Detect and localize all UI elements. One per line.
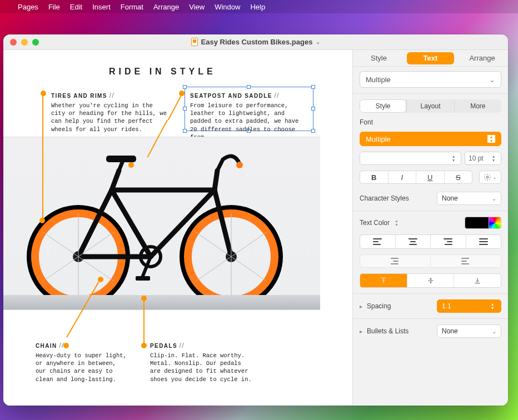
- window-titlebar[interactable]: Easy Rides Custom Bikes.pages ⌄: [3, 34, 508, 50]
- menu-help[interactable]: Help: [250, 3, 265, 11]
- menu-window[interactable]: Window: [215, 3, 240, 11]
- callout-head: TIRES AND RIMS //: [51, 91, 168, 99]
- tab-arrange[interactable]: Arrange: [459, 52, 506, 64]
- svg-line-12: [215, 171, 217, 190]
- decrease-indent-button[interactable]: [360, 255, 430, 267]
- tab-style[interactable]: Style: [355, 52, 402, 64]
- callout-seatpost[interactable]: SEATPOST AND SADDLE // From leisure to p…: [190, 91, 309, 141]
- svg-point-32: [486, 176, 489, 178]
- increase-indent-button[interactable]: [430, 255, 501, 267]
- callout-head: PEDALS //: [150, 341, 253, 349]
- menu-edit[interactable]: Edit: [70, 3, 82, 11]
- document-title[interactable]: Easy Rides Custom Bikes.pages ⌄: [191, 38, 321, 46]
- format-inspector: Style Text Arrange Multiple ⌄ Style Layo…: [352, 50, 508, 406]
- stepper-icon: ▲▼: [392, 219, 400, 227]
- callout-dot: [39, 218, 45, 223]
- font-section-label: Font: [360, 118, 501, 126]
- align-middle-icon: [427, 277, 435, 284]
- callout-leader: [168, 94, 182, 121]
- stepper-icon: ▲▼: [487, 135, 495, 143]
- svg-line-13: [112, 171, 119, 190]
- valign-middle-button[interactable]: [407, 274, 454, 287]
- callout-dot: [141, 296, 147, 301]
- svg-line-30: [195, 257, 231, 282]
- bullets-label: Bullets & Lists: [367, 327, 432, 335]
- resize-handle[interactable]: [247, 85, 251, 89]
- font-size-field[interactable]: 10 pt ▲▼: [465, 152, 501, 165]
- subtab-style[interactable]: Style: [360, 99, 406, 113]
- horizontal-align-buttons: [360, 234, 501, 249]
- text-color-swatch[interactable]: [465, 217, 489, 229]
- disclosure-icon[interactable]: ▸: [360, 328, 362, 334]
- callout-pedals[interactable]: PEDALS // Clip-in. Flat. Race worthy. Me…: [150, 341, 253, 383]
- menu-arrange[interactable]: Arrange: [153, 3, 179, 11]
- resize-handle[interactable]: [311, 85, 315, 89]
- fullscreen-window-button[interactable]: [32, 39, 39, 46]
- document-title-chevron-icon: ⌄: [316, 39, 320, 45]
- paragraph-style-value: Multiple: [366, 76, 391, 84]
- indent-buttons: [360, 254, 501, 268]
- font-family-select[interactable]: Multiple ▲▼: [360, 132, 501, 146]
- advanced-options-button[interactable]: ⌄: [479, 171, 501, 184]
- align-justify-button[interactable]: [466, 235, 501, 248]
- document-canvas[interactable]: RIDE IN STYLE TIRES AND RIMS // Whether …: [3, 50, 352, 406]
- strikethrough-button[interactable]: S: [444, 171, 472, 183]
- font-style-select[interactable]: ▲▼: [360, 152, 461, 165]
- resize-handle[interactable]: [183, 85, 187, 89]
- menu-file[interactable]: File: [48, 3, 60, 11]
- subtab-more[interactable]: More: [454, 99, 501, 113]
- menu-app[interactable]: Pages: [18, 3, 38, 11]
- page-image[interactable]: [3, 137, 320, 310]
- callout-dot: [128, 162, 134, 168]
- gear-icon: [484, 173, 491, 181]
- italic-button[interactable]: I: [388, 171, 416, 183]
- character-styles-select[interactable]: None ⌄: [437, 192, 501, 205]
- svg-rect-19: [136, 276, 150, 281]
- color-picker-button[interactable]: [489, 217, 501, 229]
- document-title-text: Easy Rides Custom Bikes.pages: [201, 38, 313, 46]
- chevron-down-icon: ⌄: [492, 328, 496, 334]
- resize-handle[interactable]: [183, 107, 187, 111]
- font-family-value: Multiple: [366, 135, 391, 143]
- menu-view[interactable]: View: [189, 3, 205, 11]
- minimize-window-button[interactable]: [21, 39, 28, 46]
- resize-handle[interactable]: [183, 129, 187, 133]
- traffic-lights: [10, 39, 39, 46]
- paragraph-style-select[interactable]: Multiple ⌄: [360, 71, 501, 88]
- app-window: Easy Rides Custom Bikes.pages ⌄ RIDE IN …: [3, 34, 508, 406]
- close-window-button[interactable]: [10, 39, 17, 46]
- disclosure-icon[interactable]: ▸: [360, 303, 362, 309]
- callout-leader: [42, 93, 43, 220]
- callout-body: Heavy-duty to super light, or anywhere i…: [36, 352, 127, 383]
- bold-button[interactable]: B: [360, 171, 388, 183]
- spacing-select[interactable]: 1.1 ▲▼: [437, 299, 501, 313]
- resize-handle[interactable]: [311, 129, 315, 133]
- document-icon: [191, 38, 198, 46]
- callout-chain[interactable]: CHAIN // Heavy-duty to super light, or a…: [36, 341, 127, 383]
- resize-handle[interactable]: [311, 107, 315, 111]
- svg-line-28: [231, 257, 267, 282]
- callout-dot: [98, 277, 103, 282]
- subtab-layout[interactable]: Layout: [406, 99, 454, 113]
- text-color-label: Text Color ▲▼: [360, 219, 400, 227]
- stepper-icon: ▲▼: [450, 154, 457, 162]
- bullets-select[interactable]: None ⌄: [437, 324, 501, 338]
- vertical-align-buttons: [360, 273, 501, 288]
- callout-tires[interactable]: TIRES AND RIMS // Whether you're cycling…: [51, 91, 168, 133]
- callout-body: From leisure to performance, leather to …: [190, 102, 309, 141]
- stepper-icon: ▲▼: [490, 154, 497, 162]
- menu-insert[interactable]: Insert: [92, 3, 111, 11]
- page-heading: RIDE IN STYLE: [109, 67, 216, 77]
- svg-line-24: [42, 257, 78, 282]
- underline-button[interactable]: U: [416, 171, 444, 183]
- tab-text[interactable]: Text: [407, 52, 454, 64]
- valign-bottom-button[interactable]: [454, 274, 501, 287]
- callout-body: Whether you're cycling in the city or he…: [51, 102, 168, 133]
- menu-format[interactable]: Format: [121, 3, 143, 11]
- spacing-label: Spacing: [367, 302, 432, 310]
- align-center-button[interactable]: [395, 235, 431, 248]
- text-subtabs: Style Layout More: [360, 99, 501, 113]
- align-left-button[interactable]: [360, 235, 395, 248]
- align-right-button[interactable]: [430, 235, 466, 248]
- valign-top-button[interactable]: [360, 274, 407, 287]
